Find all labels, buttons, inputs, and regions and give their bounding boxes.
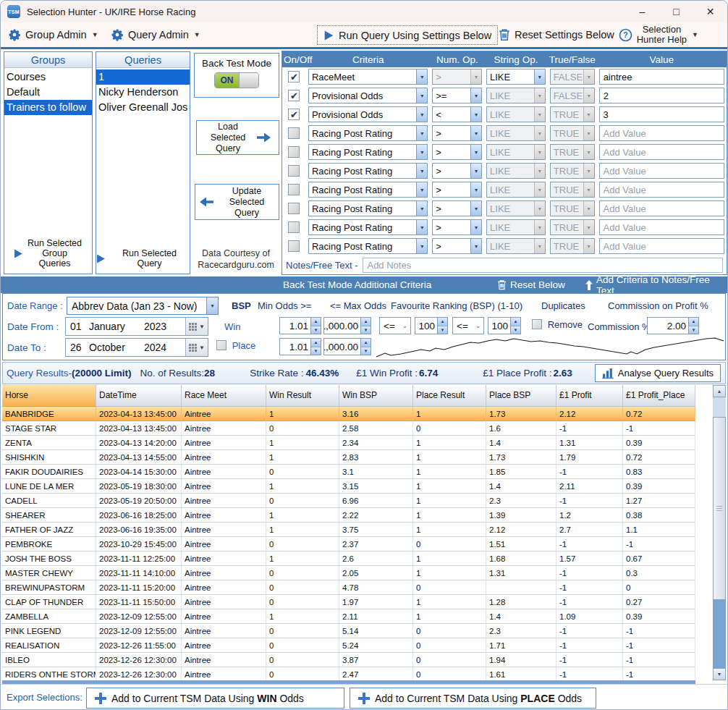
date-from-picker[interactable]: 01 January 2023 ▼ xyxy=(65,317,208,336)
criteria-select[interactable]: Racing Post Rating▾ xyxy=(308,144,428,160)
fav-rank-value1-spinner[interactable]: 100▲▼ xyxy=(415,317,448,334)
num-op-select[interactable]: >▾ xyxy=(432,182,482,198)
criteria-onoff-checkbox[interactable] xyxy=(288,240,300,252)
results-column-header[interactable]: Win BSP xyxy=(339,385,413,407)
criteria-select[interactable]: Provisional Odds▾ xyxy=(308,88,428,103)
minimize-button[interactable]: – xyxy=(625,1,659,22)
criteria-value-input[interactable]: Add Value xyxy=(599,125,724,141)
reset-settings-button[interactable]: Reset Settings Below xyxy=(499,22,614,47)
results-column-header[interactable]: £1 Profit_Place xyxy=(623,385,695,407)
num-op-select[interactable]: <▾ xyxy=(432,106,482,122)
query-item[interactable]: Nicky Henderson xyxy=(96,85,190,100)
update-selected-query-button[interactable]: Update Selected Query xyxy=(195,184,279,220)
table-row[interactable]: BANBRIDGE2023-04-13 13:45:00Aintree13.16… xyxy=(2,407,695,421)
table-row[interactable]: REALISATION2023-12-26 11:55:00Aintree05.… xyxy=(2,638,695,653)
num-op-select[interactable]: >▾ xyxy=(432,125,482,141)
run-selected-group-queries-button[interactable]: Run Selected Group Queries xyxy=(4,238,92,269)
num-op-select[interactable]: >▾ xyxy=(432,144,482,160)
fav-rank-op2-select[interactable]: <=⌄ xyxy=(452,317,484,334)
add-tsm-win-odds-button[interactable]: Add to Current TSM Data Using WIN Odds xyxy=(86,688,344,709)
results-column-header[interactable]: Horse xyxy=(2,385,96,407)
table-row[interactable]: FAKIR DOUDAIRIES2023-04-14 15:30:00Aintr… xyxy=(2,465,695,479)
criteria-onoff-checkbox[interactable] xyxy=(288,184,300,195)
group-item[interactable]: Trainers to follow xyxy=(4,100,92,115)
back-test-mode-toggle[interactable]: ON xyxy=(214,72,259,88)
results-column-header[interactable]: Place Result xyxy=(413,385,486,407)
maximize-button[interactable]: □ xyxy=(659,1,693,22)
criteria-select[interactable]: Racing Post Rating▾ xyxy=(308,182,428,198)
criteria-select[interactable]: Racing Post Rating▾ xyxy=(308,125,428,141)
add-criteria-to-notes-button[interactable]: Add Criteria to Notes/Free Text xyxy=(585,276,727,293)
help-menu[interactable]: ? SelectionHunter Help ▼ xyxy=(619,22,698,47)
place-min-odds-spinner[interactable]: 1.01▲▼ xyxy=(279,338,321,355)
criteria-value-input[interactable]: Add Value xyxy=(599,200,724,216)
num-op-select[interactable]: >▾ xyxy=(432,238,482,254)
calendar-icon[interactable]: ▼ xyxy=(185,318,208,335)
results-column-header[interactable]: £1 Profit xyxy=(556,385,623,407)
table-row[interactable]: LUNE DE LA MER2023-05-19 18:30:00Aintree… xyxy=(2,479,695,494)
remove-duplicates-checkbox[interactable]: Remove xyxy=(532,319,583,330)
table-row[interactable]: CLAP OF THUNDER2023-11-11 15:50:00Aintre… xyxy=(2,595,695,609)
scroll-down-icon[interactable]: ▼ xyxy=(713,668,726,680)
scrollbar-thumb[interactable] xyxy=(713,417,726,600)
num-op-select[interactable]: >▾ xyxy=(432,219,482,235)
criteria-value-input[interactable]: 3 xyxy=(599,106,724,122)
criteria-onoff-checkbox[interactable] xyxy=(288,146,300,158)
results-column-header[interactable]: Race Meet xyxy=(182,385,266,407)
criteria-onoff-checkbox[interactable]: ✔ xyxy=(288,109,300,120)
vertical-scrollbar[interactable]: ▲ ▼ xyxy=(712,385,726,680)
add-tsm-place-odds-button[interactable]: Add to Current TSM Data Using PLACE Odds xyxy=(350,688,596,709)
num-op-select[interactable]: >▾ xyxy=(432,200,482,216)
table-row[interactable]: CADELL2023-05-19 20:50:00Aintree06.9612.… xyxy=(2,494,695,508)
criteria-value-input[interactable]: aintree xyxy=(599,69,724,85)
table-row[interactable]: RIDERS ONTHE STORM2023-12-26 12:30:00Ain… xyxy=(2,667,695,682)
analyse-query-results-button[interactable]: Analyse Query Results xyxy=(595,364,721,382)
fav-rank-value2-spinner[interactable]: 100▲▼ xyxy=(488,317,521,334)
group-admin-menu[interactable]: Group Admin ▼ xyxy=(8,22,98,47)
criteria-onoff-checkbox[interactable] xyxy=(288,221,300,233)
results-column-header[interactable]: DateTime xyxy=(96,385,182,407)
criteria-select[interactable]: Racing Post Rating▾ xyxy=(308,238,428,254)
calendar-icon[interactable]: ▼ xyxy=(185,339,208,356)
date-range-select[interactable]: Abbrev Data (Jan 23 - Now)▾ xyxy=(67,297,219,315)
criteria-value-input[interactable]: Add Value xyxy=(599,144,724,160)
close-button[interactable]: ✕ xyxy=(693,1,727,22)
criteria-select[interactable]: Racing Post Rating▾ xyxy=(308,219,428,235)
load-selected-query-button[interactable]: Load Selected Query xyxy=(196,120,279,155)
query-admin-menu[interactable]: Query Admin ▼ xyxy=(111,22,200,47)
criteria-select[interactable]: Provisional Odds▾ xyxy=(308,106,428,122)
table-row[interactable]: ZENTA2023-04-13 14:20:00Aintree12.3411.4… xyxy=(2,436,695,450)
table-row[interactable]: PINK LEGEND2023-12-09 12:55:00Aintree05.… xyxy=(2,624,695,638)
win-max-odds-spinner[interactable]: 1,000.00▲▼ xyxy=(323,317,371,334)
table-row[interactable]: JOSH THE BOSS2023-11-11 12:25:00Aintree1… xyxy=(2,551,695,566)
criteria-select[interactable]: Racing Post Rating▾ xyxy=(308,200,428,216)
criteria-value-input[interactable]: Add Value xyxy=(599,238,724,254)
notes-input[interactable]: Add Notes xyxy=(363,258,723,273)
group-item[interactable]: Courses xyxy=(4,69,92,85)
criteria-value-input[interactable]: Add Value xyxy=(599,182,724,198)
group-item[interactable]: Default xyxy=(4,85,92,100)
table-row[interactable]: SHEARER2023-06-16 18:25:00Aintree12.2211… xyxy=(2,508,695,523)
win-min-odds-spinner[interactable]: 1.01▲▼ xyxy=(279,317,321,334)
table-row[interactable]: FATHER OF JAZZ2023-06-16 19:35:00Aintree… xyxy=(2,523,695,537)
criteria-select[interactable]: RaceMeet▾ xyxy=(308,69,428,85)
fav-rank-op1-select[interactable]: <=⌄ xyxy=(379,317,411,334)
criteria-onoff-checkbox[interactable] xyxy=(288,203,300,214)
criteria-onoff-checkbox[interactable] xyxy=(288,165,300,177)
string-op-select[interactable]: LIKE▾ xyxy=(486,69,546,85)
query-item[interactable]: 1 xyxy=(96,69,190,85)
table-row[interactable]: IBLEO2023-12-26 12:30:00Aintree03.8701.9… xyxy=(2,653,695,667)
criteria-select[interactable]: Racing Post Rating▾ xyxy=(308,163,428,179)
run-selected-query-button[interactable]: Run Selected Query xyxy=(96,248,190,269)
criteria-onoff-checkbox[interactable]: ✔ xyxy=(288,90,300,101)
results-column-header[interactable]: Place BSP xyxy=(486,385,556,407)
criteria-value-input[interactable]: Add Value xyxy=(599,219,724,235)
scroll-up-icon[interactable]: ▲ xyxy=(713,385,726,397)
results-column-header[interactable]: Win Result xyxy=(266,385,339,407)
table-row[interactable]: ZAMBELLA2023-12-09 12:55:00Aintree12.111… xyxy=(2,609,695,624)
criteria-onoff-checkbox[interactable]: ✔ xyxy=(288,71,300,83)
table-row[interactable]: BREWINUPASTORM2023-11-11 15:20:00Aintree… xyxy=(2,580,695,595)
num-op-select[interactable]: >▾ xyxy=(432,163,482,179)
criteria-value-input[interactable]: 2 xyxy=(599,88,724,103)
criteria-value-input[interactable]: Add Value xyxy=(599,163,724,179)
